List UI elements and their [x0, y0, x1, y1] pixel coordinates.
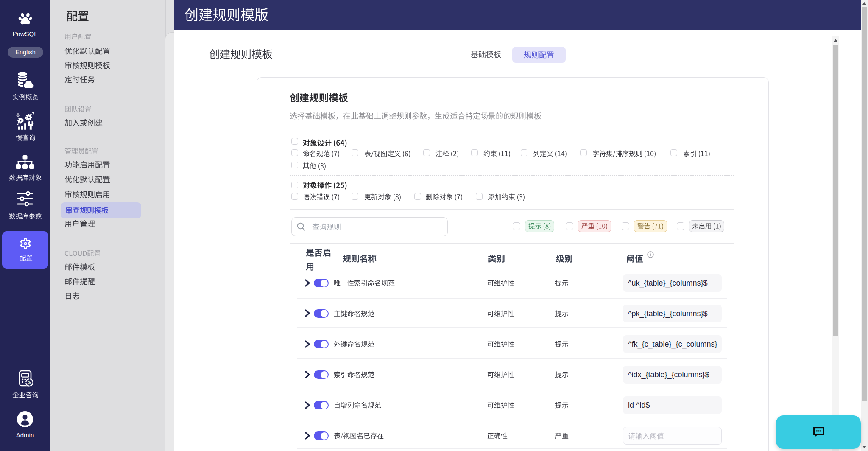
svg-text:$: $ — [28, 380, 31, 385]
